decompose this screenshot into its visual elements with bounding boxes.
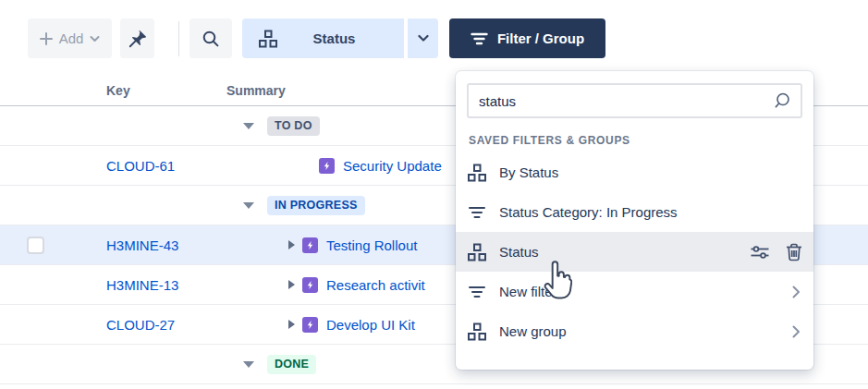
menu-item-new-group[interactable]: New group — [456, 311, 813, 351]
filter-group-label: Filter / Group — [497, 30, 584, 46]
structure-board: Add Status — [0, 0, 868, 389]
status-badge: TO DO — [267, 116, 320, 136]
configure-filter-icon[interactable] — [750, 243, 770, 261]
group-icon — [468, 322, 486, 341]
search-icon — [201, 29, 221, 49]
saved-filters-list: By Status Status Category: In Progress S… — [456, 152, 813, 351]
group-icon — [259, 30, 277, 48]
filter-icon — [468, 285, 486, 299]
chevron-right-icon — [792, 286, 801, 298]
status-badge: DONE — [267, 355, 316, 374]
filter-group-dropdown: SAVED FILTERS & GROUPS By Status Status … — [456, 71, 813, 370]
column-header-key[interactable]: Key — [106, 83, 130, 98]
issue-key-link[interactable]: H3MINE-43 — [106, 225, 178, 264]
issue-key-link[interactable]: CLOUD-61 — [106, 146, 175, 185]
filter-group-button[interactable]: Filter / Group — [449, 18, 605, 58]
row-checkbox[interactable] — [27, 237, 44, 254]
menu-item-new-filter[interactable]: New filter — [456, 272, 813, 311]
search-button[interactable] — [189, 18, 232, 58]
status-badge: IN PROGRESS — [267, 196, 365, 215]
menu-item-label: By Status — [499, 164, 801, 180]
issue-summary-link[interactable]: Security Update — [343, 158, 442, 174]
filter-icon — [468, 205, 486, 220]
search-icon — [772, 91, 792, 115]
delete-filter-icon[interactable] — [786, 243, 802, 261]
issue-key-link[interactable]: CLOUD-27 — [106, 305, 175, 344]
issue-type-icon[interactable] — [302, 277, 318, 293]
collapse-icon[interactable] — [243, 361, 254, 368]
menu-item-status-category[interactable]: Status Category: In Progress — [456, 192, 813, 232]
issue-summary-link[interactable]: Develop UI Kit — [326, 317, 415, 333]
group-by-caret-button[interactable] — [408, 18, 438, 58]
issue-summary-link[interactable]: Research activit — [326, 277, 425, 293]
issue-type-icon[interactable] — [302, 317, 318, 333]
filter-search-input[interactable] — [467, 83, 802, 118]
menu-item-label: Status — [499, 244, 737, 260]
issue-summary-link[interactable]: Testing Rollout — [326, 237, 417, 253]
pin-button[interactable] — [120, 18, 154, 58]
menu-item-status[interactable]: Status — [456, 232, 813, 272]
add-button[interactable]: Add — [28, 18, 112, 58]
expand-icon[interactable] — [288, 240, 295, 249]
group-icon — [468, 243, 486, 261]
expand-icon[interactable] — [288, 280, 295, 289]
expand-icon[interactable] — [288, 320, 295, 329]
toolbar: Add Status — [0, 0, 868, 81]
chevron-down-icon — [90, 35, 100, 43]
chevron-right-icon — [792, 325, 801, 338]
pin-icon — [128, 29, 148, 49]
group-by-label: Status — [277, 30, 391, 46]
toolbar-divider — [178, 21, 179, 56]
issue-type-icon[interactable] — [302, 237, 318, 253]
plus-icon — [40, 32, 53, 45]
issue-type-icon[interactable] — [319, 158, 335, 174]
menu-item-label: New group — [499, 323, 779, 339]
menu-item-label: Status Category: In Progress — [499, 204, 801, 220]
add-button-label: Add — [59, 30, 84, 46]
chevron-down-icon — [418, 34, 429, 43]
group-by-button[interactable]: Status — [242, 18, 404, 58]
collapse-icon[interactable] — [243, 123, 254, 129]
menu-item-label: New filter — [499, 284, 779, 299]
group-icon — [468, 164, 486, 182]
saved-filters-section-label: SAVED FILTERS & GROUPS — [469, 134, 802, 147]
collapse-icon[interactable] — [243, 202, 254, 209]
menu-item-by-status[interactable]: By Status — [456, 152, 813, 192]
filter-icon — [471, 32, 488, 45]
column-header-summary[interactable]: Summary — [226, 83, 286, 98]
issue-key-link[interactable]: H3MINE-13 — [106, 265, 178, 304]
